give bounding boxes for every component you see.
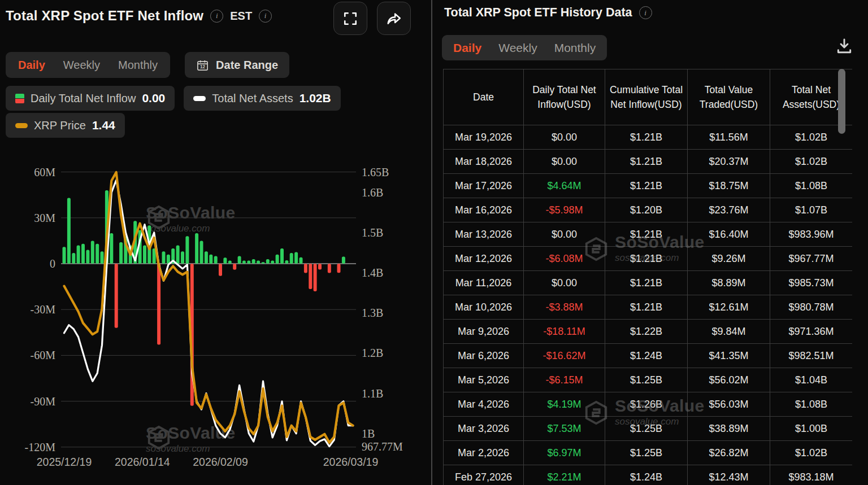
inflow-bar-positive [63,247,66,264]
legend-value: 1.02B [300,91,331,105]
y-axis-label-left: -30M [31,303,56,316]
y-axis-label-right: 967.77M [362,440,403,453]
inflow-bar-negative [233,264,236,270]
tab-daily[interactable]: Daily [18,59,45,72]
tab-monthly[interactable]: Monthly [118,59,158,72]
date-cell: Feb 27,2026 [444,465,524,485]
value-cell: $56.02M [688,368,770,392]
inflow-bar-positive [200,241,203,264]
inflow-bar-positive [276,255,279,264]
value-cell: $9.84M [688,320,770,344]
scrollbar-thumb[interactable] [838,69,845,134]
date-range-label: Date Range [216,59,278,72]
inflow-bar-negative [337,264,341,273]
y-axis-label-left: -60M [31,349,56,361]
inflow-bar-positive [143,246,146,264]
inflow-bar-positive [280,248,284,264]
value-cell: $0.00 [524,150,605,174]
table-header-row: Date Daily Total Net Inflow(USD) Cumulat… [444,69,853,125]
table-row: Mar 4,2026$4.19M$1.26B$56.03M$1.08B [444,392,853,417]
tab-daily[interactable]: Daily [453,41,481,55]
inflow-bar-positive [300,257,303,264]
inflow-bar-negative [309,264,312,289]
value-cell: $38.89M [688,417,770,441]
table-row: Mar 9,2026-$18.11M$1.22B$9.84M$971.36M [444,320,853,344]
info-icon[interactable]: i [639,6,652,19]
value-cell: $1.21B [605,247,688,271]
value-cell: $1.21B [605,222,688,247]
value-cell: $9.26M [688,247,770,271]
table-row: Mar 2,2026$6.97M$1.25B$26.82M$1.02B [444,441,853,465]
date-cell: Mar 9,2026 [444,320,524,344]
date-cell: Mar 4,2026 [444,392,524,417]
inflow-bar-positive [176,246,180,264]
inflow-bar-positive [228,261,232,264]
table-row: Mar 12,2026-$6.08M$1.21B$9.26M$967.77M [444,247,853,271]
date-cell: Mar 3,2026 [444,417,524,441]
value-cell: $6.97M [524,441,605,465]
value-cell: $26.82M [688,441,770,465]
value-cell: $18.75M [688,174,770,198]
value-cell: $1.22B [605,320,688,344]
y-axis-label-left: 30M [34,212,55,224]
column-header-daily-inflow: Daily Total Net Inflow(USD) [524,69,605,125]
table-row: Mar 11,2026$0.00$1.21B$8.89M$985.73M [444,271,853,295]
inflow-bar-positive [271,261,274,264]
legend-total-net-assets[interactable]: Total Net Assets 1.02B [184,86,340,111]
value-cell: -$18.11M [524,320,605,344]
inflow-bar-positive [342,256,345,264]
inflow-bar-negative [304,264,307,273]
calendar-icon: 12 [196,59,209,72]
net-inflow-chart-panel: Total XRP Spot ETF Net Inflow i EST i Da… [0,0,431,485]
history-table: Date Daily Total Net Inflow(USD) Cumulat… [443,69,852,485]
x-axis-label: 2026/02/09 [193,456,248,468]
share-button[interactable] [377,2,411,35]
info-icon[interactable]: i [210,10,223,23]
date-cell: Mar 16,2026 [444,198,524,222]
tab-monthly[interactable]: Monthly [554,41,596,55]
inflow-bar-negative [115,264,118,328]
column-header-date: Date [444,69,524,125]
xrp-price-line-legend-icon [15,123,28,128]
y-axis-label-right: 1.1B [362,387,383,400]
x-axis-label: 2026/01/14 [115,456,170,468]
value-cell: -$16.62M [524,344,605,368]
chart-controls: Daily Weekly Monthly 12 Date Range [6,52,289,78]
chart-canvas[interactable]: SoSoValuesosovalue.com SoSoValuesosovalu… [0,158,431,474]
value-cell: -$6.15M [524,368,605,392]
value-cell: $23.76M [688,198,770,222]
y-axis-label-right: 1.65B [362,166,389,178]
tab-weekly[interactable]: Weekly [498,41,537,55]
inflow-bar-positive [209,255,212,264]
history-data-panel: Total XRP Spot ETF History Data i Daily … [441,0,868,485]
fullscreen-button[interactable] [333,2,367,35]
y-axis-label-left: 60M [34,166,55,178]
download-button[interactable] [835,37,853,57]
y-axis-label-right: 1.2B [362,347,383,359]
net-assets-line-legend-icon [193,96,206,101]
legend-daily-net-inflow[interactable]: Daily Total Net Inflow 0.00 [6,86,175,111]
history-table-body: Mar 19,2026$0.00$1.21B$11.56M$1.02BMar 1… [444,125,853,485]
value-cell: $11.56M [688,125,770,150]
date-range-button[interactable]: 12 Date Range [185,52,289,78]
value-cell: $7.53M [524,417,605,441]
value-cell: $2.21M [524,465,605,485]
share-icon [386,11,402,27]
inflow-bar-positive [223,257,227,264]
legend-value: 0.00 [142,91,165,105]
combo-chart-svg: 60M30M0-30M-60M-90M-120M1.65B1.6B1.5B1.4… [0,158,431,472]
value-cell: $1.25B [605,417,688,441]
column-header-value-traded: Total Value Traded(USD) [688,69,770,125]
info-icon[interactable]: i [259,10,272,23]
value-cell: $1.21B [605,271,688,295]
inflow-bar-positive [110,233,113,264]
legend-xrp-price[interactable]: XRP Price 1.44 [6,113,125,138]
table-row: Mar 5,2026-$6.15M$1.25B$56.02M$1.04B [444,368,853,392]
inflow-bar-positive [81,244,85,264]
table-controls: Daily Weekly Monthly [442,35,866,60]
y-axis-label-left: -120M [25,441,56,453]
table-scrollbar[interactable] [838,69,845,485]
date-cell: Mar 12,2026 [444,247,524,271]
tab-weekly[interactable]: Weekly [63,59,100,72]
table-period-tabs: Daily Weekly Monthly [442,35,607,60]
